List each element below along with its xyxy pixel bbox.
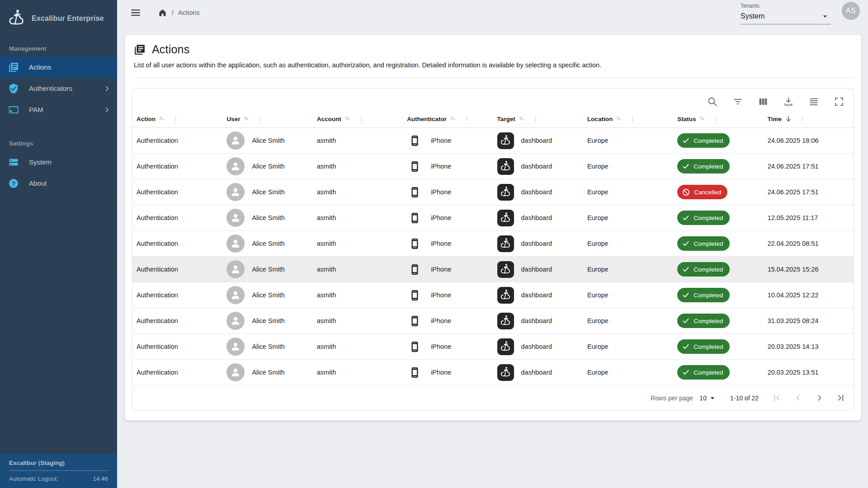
cell-time: 22.04.2025 08:51: [764, 231, 854, 257]
authenticator-name: iPhone: [431, 163, 451, 170]
table-row[interactable]: AuthenticationAlice SmithasmithiPhone da…: [132, 282, 854, 308]
cell-status: Completed: [673, 205, 763, 231]
chevron-down-icon: [708, 393, 717, 403]
target-logo-badge: [497, 261, 514, 278]
user-name: Alice Smith: [252, 343, 285, 350]
cell-action: Authentication: [132, 179, 222, 205]
cell-time: 15.04.2025 15:26: [764, 257, 854, 282]
cell-target: dashboard: [493, 128, 583, 154]
cell-account: asmith: [313, 282, 403, 308]
sidebar-item-label: About: [29, 179, 47, 187]
status-badge: Completed: [677, 133, 729, 148]
cell-time: 20.03.2025 14:13: [764, 334, 854, 360]
cell-authenticator: iPhone: [403, 231, 493, 257]
hamburger-icon: [130, 7, 142, 19]
pager-buttons: [772, 393, 845, 403]
authenticator-name: iPhone: [431, 137, 451, 144]
column-menu-icon[interactable]: [463, 116, 470, 122]
cell-authenticator: iPhone: [403, 154, 493, 179]
next-page-button[interactable]: [815, 393, 824, 403]
table-row[interactable]: AuthenticationAlice SmithasmithiPhone da…: [132, 154, 854, 179]
cell-time: 24.06.2025 17:51: [764, 179, 854, 205]
status-label: Completed: [693, 163, 723, 170]
column-menu-icon[interactable]: [172, 116, 179, 122]
first-page-icon: [772, 393, 782, 403]
sidebar-item-system[interactable]: System: [0, 151, 117, 173]
search-icon: [707, 96, 718, 107]
cast-icon: [8, 104, 19, 115]
fullscreen-button[interactable]: [834, 96, 844, 107]
target-name: dashboard: [521, 343, 552, 350]
sidebar-item-authenticators[interactable]: Authenticators: [0, 78, 117, 99]
cell-target: dashboard: [493, 257, 583, 282]
menu-toggle-button[interactable]: [130, 7, 142, 19]
column-menu-icon[interactable]: [713, 116, 720, 122]
sidebar: Excalibur Enterprise ManagementActionsAu…: [0, 0, 117, 488]
check-icon: [682, 343, 690, 351]
sort-icon[interactable]: [699, 115, 707, 123]
person-icon: [230, 135, 241, 146]
sort-icon[interactable]: [449, 115, 457, 123]
filter-button[interactable]: [732, 96, 743, 107]
table-row[interactable]: AuthenticationAlice SmithasmithiPhone da…: [132, 205, 854, 231]
sort-icon[interactable]: [158, 115, 166, 123]
last-page-button[interactable]: [836, 393, 845, 403]
table-row[interactable]: AuthenticationAlice SmithasmithiPhone da…: [132, 360, 854, 385]
table-row[interactable]: AuthenticationAlice SmithasmithiPhone da…: [132, 308, 854, 334]
rows-per-page-value: 10: [699, 394, 707, 402]
cell-location: Europe: [583, 205, 673, 231]
table-row[interactable]: AuthenticationAlice SmithasmithiPhone da…: [132, 257, 854, 282]
authenticator-name: iPhone: [431, 291, 451, 299]
search-button[interactable]: [707, 96, 718, 107]
cell-account: asmith: [313, 334, 403, 360]
sidebar-item-actions[interactable]: Actions: [0, 56, 117, 78]
sidebar-item-about[interactable]: ?About: [0, 173, 117, 194]
table-row[interactable]: AuthenticationAlice SmithasmithiPhone da…: [132, 231, 854, 257]
status-badge: Completed: [677, 314, 729, 328]
sort-icon[interactable]: [518, 115, 526, 123]
column-menu-icon[interactable]: [358, 116, 365, 122]
sort-icon[interactable]: [243, 115, 250, 123]
table-row[interactable]: AuthenticationAlice SmithasmithiPhone da…: [132, 128, 854, 154]
column-menu-icon[interactable]: [629, 116, 636, 122]
column-menu-icon[interactable]: [799, 116, 806, 122]
target-logo-badge: [497, 235, 514, 252]
cell-target: dashboard: [493, 205, 583, 231]
cell-action: Authentication: [132, 205, 222, 231]
smartphone-icon: [409, 366, 421, 379]
rows-per-page-select[interactable]: 10: [699, 393, 717, 403]
cell-status: Completed: [673, 128, 763, 154]
avatar[interactable]: AS: [842, 2, 860, 20]
cell-location: Europe: [583, 154, 673, 179]
sort-desc-icon[interactable]: [784, 115, 793, 123]
download-button[interactable]: [783, 96, 794, 107]
table-row[interactable]: AuthenticationAlice SmithasmithiPhone da…: [132, 179, 854, 205]
cell-location: Europe: [583, 231, 673, 257]
target-name: dashboard: [521, 137, 552, 144]
table-row[interactable]: AuthenticationAlice SmithasmithiPhone da…: [132, 334, 854, 360]
sidebar-item-pam[interactable]: PAM: [0, 99, 117, 120]
column-label: User: [226, 116, 240, 122]
columns-button[interactable]: [758, 96, 769, 107]
tenant-select[interactable]: Tenants System: [741, 1, 831, 24]
home-icon[interactable]: [158, 8, 167, 18]
sort-icon[interactable]: [615, 115, 623, 123]
density-button[interactable]: [808, 96, 819, 107]
prev-page-button: [793, 393, 803, 403]
column-menu-icon[interactable]: [532, 116, 539, 122]
divider: [132, 77, 854, 78]
filter-icon: [732, 96, 743, 107]
cell-status: Completed: [673, 334, 763, 360]
cell-status: Completed: [673, 308, 763, 334]
cell-action: Authentication: [132, 308, 222, 334]
cell-status: Completed: [673, 360, 763, 385]
actions-card: Actions List of all user actions within …: [125, 35, 861, 421]
smartphone-icon: [409, 212, 421, 224]
person-icon: [230, 341, 241, 352]
cell-action: Authentication: [132, 231, 222, 257]
table-toolbar: [132, 89, 854, 113]
cell-time: 31.03.2025 08:24: [764, 308, 854, 334]
column-menu-icon[interactable]: [257, 116, 264, 122]
sort-icon[interactable]: [344, 115, 352, 123]
user-name: Alice Smith: [252, 163, 285, 170]
